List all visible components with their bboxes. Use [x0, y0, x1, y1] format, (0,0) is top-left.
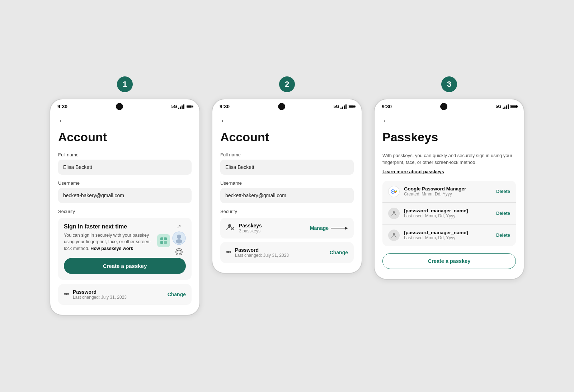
delete-link-2[interactable]: Delete [496, 211, 510, 216]
screen-title-1: Account [58, 131, 192, 144]
passkey-entry-1: Google Password Manager Created: Mmm, Dd… [382, 181, 516, 202]
password-change-link-2[interactable]: Change [330, 250, 348, 255]
phone-frame-1: 9:30 5G ← Accoun [50, 99, 200, 315]
svg-rect-0 [160, 237, 163, 240]
passkeys-info-2: Passkeys 3 passkeys [239, 223, 262, 233]
status-icons-2: 5G [333, 104, 354, 109]
entry-sub-1: Created: Mmm, Dd, Yyyy [404, 192, 466, 197]
password-info-2: Password Last changed: July 31, 2023 [235, 247, 289, 258]
entry-title-1: Google Password Manager [404, 186, 466, 192]
back-button-1[interactable]: ← [58, 117, 65, 125]
back-button-3[interactable]: ← [382, 117, 390, 125]
create-passkey-button-1[interactable]: Create a passkey [64, 258, 186, 274]
svg-point-14 [393, 211, 395, 213]
fullname-field-2[interactable]: Elisa Beckett [220, 160, 354, 175]
svg-point-7 [228, 224, 231, 227]
learn-more-link-3[interactable]: Learn more about passkeys [382, 169, 516, 174]
screen-3-content: ← Passkeys With passkeys, you can quickl… [375, 112, 524, 279]
passkey-entry-left-2: [password_manager_name] Last used: Mmm, … [388, 208, 468, 219]
passkeys-row-2: Passkeys 3 passkeys Manage ▶ [220, 218, 354, 238]
manage-link-2[interactable]: Manage [310, 225, 329, 231]
fullname-field-1[interactable]: Elisa Beckett [58, 160, 192, 175]
svg-rect-12 [396, 190, 397, 192]
passkeys-row-left: Passkeys 3 passkeys [226, 223, 262, 233]
svg-point-6 [176, 239, 182, 244]
phone-frame-2: 9:30 5G ← Account [212, 99, 362, 273]
passkey-icons-group [157, 234, 170, 247]
entry-title-2: [password_manager_name] [404, 208, 468, 213]
passkeys-description-3: With passkeys, you can quickly and secur… [382, 152, 516, 166]
passkey-entry-3: [password_manager_name] Last used: Mmm, … [382, 225, 516, 246]
fullname-label-1: Full name [58, 152, 192, 157]
username-field-1[interactable]: beckett-bakery@gmail.com [58, 188, 192, 203]
fullname-label-2: Full name [220, 152, 354, 157]
step-1-badge: 1 [117, 76, 133, 92]
password-sub-2: Last changed: July 31, 2023 [235, 253, 289, 258]
username-field-2[interactable]: beckett-bakery@gmail.com [220, 188, 354, 203]
passkey-entries-group: Google Password Manager Created: Mmm, Dd… [382, 181, 516, 246]
passkey-entry-info-3: [password_manager_name] Last used: Mmm, … [404, 230, 468, 240]
status-bar-3: 9:30 5G [375, 99, 524, 112]
password-title-2: Password [235, 247, 289, 253]
step-3-column: 3 9:30 5G ← [374, 76, 524, 279]
screen-title-3: Passkeys [382, 131, 516, 144]
battery-icon-1 [186, 105, 192, 108]
camera-dot-1 [116, 103, 123, 110]
time-1: 9:30 [57, 104, 67, 109]
svg-rect-3 [164, 241, 167, 244]
passkey-decorative-icon-1 [157, 234, 170, 247]
entry-sub-3: Last used: Mmm, Dd, Yyyy [404, 235, 468, 240]
password-row-left-1: ••• Password Last changed: July 31, 2023 [64, 289, 127, 300]
time-3: 9:30 [382, 104, 392, 109]
network-label-2: 5G [333, 104, 339, 109]
time-2: 9:30 [220, 104, 230, 109]
entry-title-3: [password_manager_name] [404, 230, 468, 235]
svg-point-15 [393, 233, 395, 235]
password-sub-1: Last changed: July 31, 2023 [73, 295, 127, 300]
svg-rect-1 [164, 237, 167, 240]
passkeys-title-2: Passkeys [239, 223, 262, 228]
camera-dot-3 [440, 103, 447, 110]
status-icons-3: 5G [495, 104, 517, 109]
security-card-header: Sign in faster next time [64, 223, 154, 230]
back-button-2[interactable]: ← [220, 117, 227, 125]
svg-point-10 [392, 191, 394, 192]
step-2-badge: 2 [279, 76, 295, 92]
step-2-column: 2 9:30 5G ← [212, 76, 362, 273]
manage-row: Manage ▶ [310, 225, 348, 231]
svg-point-5 [177, 235, 181, 239]
passkey-entry-left-3: [password_manager_name] Last used: Mmm, … [388, 230, 468, 241]
delete-link-1[interactable]: Delete [496, 189, 510, 194]
status-bar-1: 9:30 5G [50, 99, 199, 112]
username-label-2: Username [220, 180, 354, 186]
passkeys-row-container: Passkeys 3 passkeys Manage ▶ [220, 218, 354, 238]
status-icons-1: 5G [171, 104, 192, 109]
passkey-entry-info-2: [password_manager_name] Last used: Mmm, … [404, 208, 468, 218]
passkeys-link-1[interactable]: How passkeys work [90, 246, 133, 251]
username-label-1: Username [58, 180, 192, 186]
password-title-1: Password [73, 289, 127, 295]
page-container: 1 9:30 5G [22, 76, 552, 315]
password-dots-icon-1: ••• [64, 291, 69, 298]
step-3-badge: 3 [441, 76, 457, 92]
passkey-slash-icon: ↗ [177, 223, 181, 229]
password-change-link-1[interactable]: Change [168, 292, 186, 297]
signal-icon-3 [503, 104, 509, 109]
create-passkey-button-3[interactable]: Create a passkey [382, 253, 516, 269]
fingerprint-icon [173, 246, 185, 258]
google-pm-icon [388, 186, 400, 197]
passkeys-person-icon [226, 223, 235, 233]
svg-rect-13 [395, 192, 396, 193]
passkey-icons-group-2: ↗ [172, 223, 186, 258]
passkey-entry-info-1: Google Password Manager Created: Mmm, Dd… [404, 186, 466, 197]
password-row-2: ••• Password Last changed: July 31, 2023… [220, 242, 354, 263]
generic-pm-icon-2 [388, 230, 400, 241]
entry-sub-2: Last used: Mmm, Dd, Yyyy [404, 213, 468, 218]
delete-link-3[interactable]: Delete [496, 232, 510, 238]
status-bar-2: 9:30 5G [212, 99, 362, 112]
password-row-1: ••• Password Last changed: July 31, 2023… [58, 284, 192, 305]
screen-title-2: Account [220, 131, 354, 144]
password-info-1: Password Last changed: July 31, 2023 [73, 289, 127, 300]
screen-2-content: ← Account Full name Elisa Beckett Userna… [212, 112, 362, 273]
camera-dot-2 [278, 103, 285, 110]
